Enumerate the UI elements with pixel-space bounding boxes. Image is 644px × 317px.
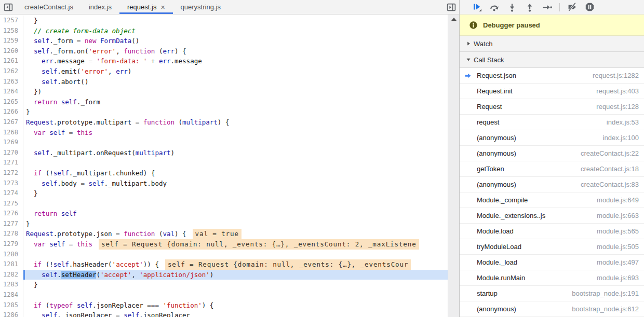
line-number[interactable]: 1274 bbox=[0, 188, 23, 199]
code-text: self._form.on('error', function (err) { bbox=[23, 46, 448, 57]
code-text: } bbox=[23, 280, 448, 290]
scrollbar-up-button[interactable] bbox=[448, 15, 459, 24]
resume-button[interactable] bbox=[468, 1, 486, 14]
line-number[interactable]: 1258 bbox=[0, 26, 23, 36]
tab-label: querystring.js bbox=[181, 3, 221, 11]
line-number[interactable]: 1273 bbox=[0, 178, 23, 189]
step-button[interactable] bbox=[539, 1, 556, 14]
call-stack-frame[interactable]: Module._loadmodule.js:497 bbox=[460, 255, 644, 270]
line-number[interactable]: 1272 bbox=[0, 168, 23, 178]
line-number[interactable]: 1264 bbox=[0, 87, 23, 97]
call-stack-frame[interactable]: requestindex.js:53 bbox=[460, 115, 644, 130]
step-out-button[interactable] bbox=[521, 1, 539, 14]
tab-overflow-button[interactable] bbox=[444, 0, 459, 14]
line-number[interactable]: 1286 bbox=[0, 310, 23, 317]
code-text: err.message = 'form-data: ' + err.messag… bbox=[23, 56, 448, 66]
call-stack-frame[interactable]: startupbootstrap_node.js:191 bbox=[460, 286, 644, 301]
panel-left-icon bbox=[4, 3, 13, 12]
code-text: }) bbox=[23, 87, 448, 97]
tab-request-js[interactable]: request.js× bbox=[119, 0, 173, 14]
line-number[interactable]: 1285 bbox=[0, 300, 23, 311]
code-line-1257: 1257 } bbox=[0, 16, 448, 26]
line-number[interactable]: 1265 bbox=[0, 97, 23, 107]
line-number[interactable]: 1279 bbox=[0, 239, 23, 250]
call-stack-frame[interactable]: Request.initrequest.js:403 bbox=[460, 84, 644, 99]
call-stack-frame[interactable]: Module.loadmodule.js:565 bbox=[460, 224, 644, 239]
deactivate-breakpoints-button[interactable] bbox=[563, 1, 581, 14]
frame-location: index.js:100 bbox=[603, 134, 639, 142]
line-number[interactable]: 1266 bbox=[0, 107, 23, 117]
code-text: // create form-data object bbox=[23, 26, 448, 36]
frame-function-name: Module.runMain bbox=[477, 274, 597, 282]
inline-eval-hint: self = Request {domain: null, _events: {… bbox=[165, 259, 411, 270]
call-stack-section-header[interactable]: Call Stack bbox=[460, 52, 644, 68]
code-line-1264: 1264 }) bbox=[0, 87, 448, 97]
code-line-1276: 1276 return self bbox=[0, 209, 448, 219]
call-stack-frame[interactable]: tryModuleLoadmodule.js:505 bbox=[460, 239, 644, 255]
deactivate-breakpoints-icon bbox=[567, 2, 577, 12]
navigator-toggle-button[interactable] bbox=[0, 0, 17, 14]
tab-index-js[interactable]: index.js bbox=[81, 0, 119, 14]
line-number[interactable]: 1275 bbox=[0, 199, 23, 209]
line-number[interactable]: 1271 bbox=[0, 158, 23, 168]
line-number[interactable]: 1269 bbox=[0, 137, 23, 148]
line-number[interactable]: 1284 bbox=[0, 290, 23, 300]
line-number[interactable]: 1263 bbox=[0, 77, 23, 87]
step-into-button[interactable] bbox=[503, 1, 521, 14]
call-stack-section-label: Call Stack bbox=[474, 56, 504, 64]
call-stack-frame[interactable]: getTokencreateContact.js:18 bbox=[460, 161, 644, 177]
call-stack-frame[interactable]: Module._compilemodule.js:649 bbox=[460, 192, 644, 208]
code-text: self._form = new FormData() bbox=[23, 36, 448, 46]
frame-location: createContact.js:83 bbox=[581, 181, 639, 188]
code-line-1261: 1261 err.message = 'form-data: ' + err.m… bbox=[0, 56, 448, 66]
tab-createContact-js[interactable]: createContact.js bbox=[17, 0, 81, 14]
line-number[interactable]: 1270 bbox=[0, 148, 23, 158]
pause-on-exceptions-button[interactable] bbox=[581, 1, 598, 14]
editor-vertical-scrollbar[interactable] bbox=[448, 15, 459, 317]
code-line-1271: 1271 bbox=[0, 158, 448, 168]
tab-querystring-js[interactable]: querystring.js bbox=[173, 0, 229, 14]
call-stack-frame[interactable]: (anonymous)index.js:100 bbox=[460, 130, 644, 146]
call-stack-frame[interactable]: Requestrequest.js:128 bbox=[460, 99, 644, 115]
call-stack-frame[interactable]: (anonymous)bootstrap_node.js:612 bbox=[460, 301, 644, 317]
watch-section-header[interactable]: Watch bbox=[460, 36, 644, 52]
call-stack-frame[interactable]: Module.runMainmodule.js:693 bbox=[460, 270, 644, 286]
line-number[interactable]: 1267 bbox=[0, 117, 23, 128]
line-number[interactable]: 1261 bbox=[0, 56, 23, 66]
frame-location: request.js:403 bbox=[596, 87, 639, 95]
code-line-1282: 1282 self.setHeader('accept', 'applicati… bbox=[0, 270, 448, 280]
line-number[interactable]: 1281 bbox=[0, 259, 23, 270]
line-number[interactable]: 1257 bbox=[0, 16, 23, 26]
code-editor[interactable]: 1257 }1258 // create form-data object125… bbox=[0, 15, 448, 317]
line-number[interactable]: 1277 bbox=[0, 219, 23, 229]
line-number[interactable]: 1262 bbox=[0, 66, 23, 77]
close-tab-icon[interactable]: × bbox=[160, 4, 165, 11]
frame-function-name: tryModuleLoad bbox=[477, 243, 597, 251]
step-into-icon bbox=[507, 3, 517, 12]
debugger-sidebar: Debugger paused Watch Call Stack Request… bbox=[459, 0, 644, 317]
call-stack-frame[interactable]: Module._extensions..jsmodule.js:663 bbox=[460, 208, 644, 224]
line-number[interactable]: 1276 bbox=[0, 209, 23, 219]
line-number[interactable]: 1278 bbox=[0, 229, 23, 239]
frame-function-name: Module._extensions..js bbox=[477, 212, 597, 219]
code-line-1265: 1265 return self._form bbox=[0, 97, 448, 107]
call-stack-list: Request.jsonrequest.js:1282Request.initr… bbox=[460, 68, 644, 317]
step-over-button[interactable] bbox=[486, 1, 503, 14]
line-number[interactable]: 1283 bbox=[0, 280, 23, 290]
line-number[interactable]: 1260 bbox=[0, 46, 23, 57]
line-number[interactable]: 1259 bbox=[0, 36, 23, 46]
line-number[interactable]: 1280 bbox=[0, 250, 23, 260]
source-editor: createContact.jsindex.jsrequest.js×query… bbox=[0, 0, 459, 317]
line-number[interactable]: 1282 bbox=[0, 270, 23, 280]
frame-location: module.js:565 bbox=[597, 227, 639, 235]
call-stack-frame[interactable]: Request.jsonrequest.js:1282 bbox=[460, 68, 644, 84]
line-number[interactable]: 1268 bbox=[0, 128, 23, 138]
code-line-1283: 1283 } bbox=[0, 280, 448, 290]
panel-right-icon bbox=[447, 3, 456, 12]
call-stack-frame[interactable]: (anonymous)createContact.js:22 bbox=[460, 146, 644, 161]
frame-location: module.js:649 bbox=[597, 196, 639, 204]
frame-location: bootstrap_node.js:191 bbox=[572, 290, 639, 297]
frame-function-name: Module._compile bbox=[477, 196, 597, 204]
call-stack-frame[interactable]: (anonymous)createContact.js:83 bbox=[460, 177, 644, 192]
chevron-down-icon bbox=[464, 57, 473, 62]
